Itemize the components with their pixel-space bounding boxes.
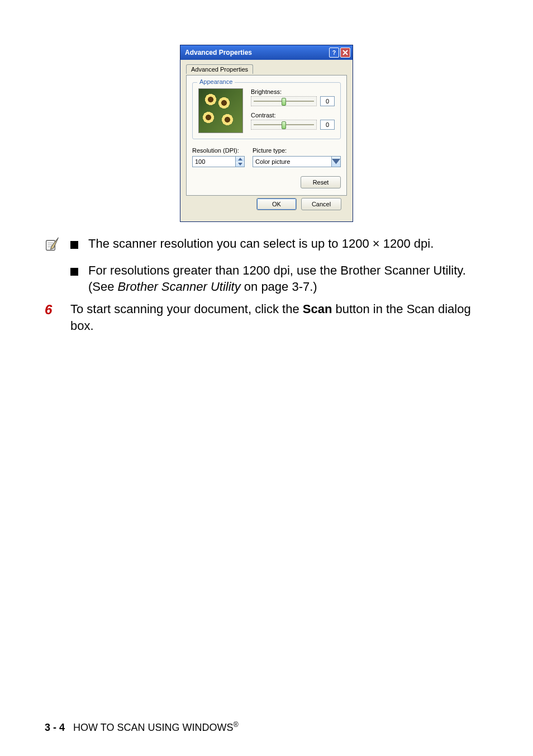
picture-type-select[interactable]: Color picture	[253, 156, 341, 167]
note-icon	[45, 237, 60, 252]
note-text-1: The scanner resolution you can select is…	[88, 235, 488, 257]
help-button[interactable]: ?	[329, 48, 339, 58]
close-button[interactable]	[340, 48, 350, 58]
resolution-spin-up[interactable]	[236, 157, 244, 162]
appearance-legend: Appearance	[197, 78, 235, 85]
step-number: 6	[45, 301, 70, 334]
chevron-up-icon	[238, 158, 242, 160]
reset-button[interactable]: Reset	[301, 176, 341, 188]
tab-panel: Appearance Brightness:	[186, 75, 347, 196]
contrast-slider[interactable]	[251, 120, 317, 130]
picture-type-value: Color picture	[253, 157, 331, 167]
note-text-2: For resolutions greater than 1200 dpi, u…	[88, 262, 488, 295]
dialog-titlebar: Advanced Properties ?	[180, 45, 353, 60]
ok-button[interactable]: OK	[256, 198, 297, 210]
cancel-button[interactable]: Cancel	[301, 198, 341, 210]
chevron-down-icon	[332, 159, 340, 164]
chevron-down-icon	[238, 163, 242, 166]
contrast-label: Contrast:	[251, 112, 335, 119]
preview-thumbnail	[198, 88, 243, 133]
page-footer: 3 - 4 HOW TO SCAN USING WINDOWS®	[45, 721, 239, 734]
bullet-icon	[70, 268, 78, 276]
step-text: To start scanning your document, click t…	[70, 301, 488, 334]
resolution-spin-down[interactable]	[236, 162, 244, 167]
advanced-properties-dialog: Advanced Properties ? Advanced Propertie…	[180, 45, 353, 222]
slider-thumb-icon	[282, 121, 286, 129]
brightness-label: Brightness:	[251, 88, 335, 95]
brightness-value[interactable]: 0	[320, 96, 335, 106]
contrast-value[interactable]: 0	[320, 120, 335, 130]
page-number: 3 - 4	[45, 722, 65, 733]
resolution-input[interactable]: 100	[192, 156, 236, 167]
tab-advanced-properties[interactable]: Advanced Properties	[186, 64, 253, 74]
appearance-group: Appearance Brightness:	[192, 82, 341, 139]
help-icon: ?	[331, 50, 337, 55]
footer-title: HOW TO SCAN USING WINDOWS	[73, 722, 233, 733]
picture-type-label: Picture type:	[253, 147, 341, 154]
bullet-icon	[70, 241, 78, 249]
close-icon	[342, 50, 348, 55]
brightness-slider[interactable]	[251, 96, 317, 106]
resolution-label: Resolution (DPI):	[192, 147, 245, 154]
registered-mark: ®	[233, 721, 238, 729]
dialog-title: Advanced Properties	[185, 49, 329, 56]
slider-thumb-icon	[282, 98, 286, 106]
svg-text:?: ?	[332, 50, 336, 55]
select-dropdown-button[interactable]	[331, 157, 340, 167]
